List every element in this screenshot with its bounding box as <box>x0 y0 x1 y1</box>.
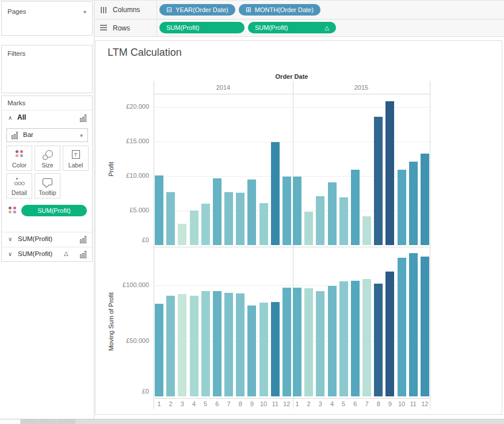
bar-mark-2015-11[interactable] <box>409 162 418 245</box>
bar-mark-2014-7[interactable] <box>224 293 233 396</box>
month-header-2014-10[interactable]: 10 <box>257 400 270 407</box>
bar-mark-2015-7[interactable] <box>362 279 371 396</box>
chevron-down-icon[interactable]: ∨ <box>8 251 12 257</box>
bar-mark-2014-5[interactable] <box>201 204 210 245</box>
chevron-down-icon[interactable]: ∨ <box>8 236 12 242</box>
filters-shelf[interactable]: Filters <box>1 45 93 93</box>
month-header-2015-2[interactable]: 2 <box>303 400 315 407</box>
month-header-2014-2[interactable]: 2 <box>165 400 177 407</box>
pill-month-order-date-[interactable]: ⊞MONTH(Order Date) <box>239 4 320 16</box>
month-header-2015-9[interactable]: 9 <box>384 400 396 407</box>
marks-field-sum-profit[interactable]: ∨ SUM(Profit) <box>2 232 92 247</box>
expand-icon[interactable]: ⊞ <box>246 6 251 13</box>
bar-mark-2015-6[interactable] <box>351 170 360 245</box>
bar-mark-2014-9[interactable] <box>247 179 256 245</box>
bar-mark-2015-3[interactable] <box>316 196 324 245</box>
size-button[interactable]: Size <box>35 146 60 171</box>
pages-dropdown-caret-icon[interactable]: ▾ <box>83 9 86 15</box>
marks-sum-profit-pill[interactable]: SUM(Profit) <box>21 205 87 216</box>
month-header-2015-5[interactable]: 5 <box>337 400 350 407</box>
month-header-2015-12[interactable]: 12 <box>418 400 431 407</box>
columns-shelf[interactable]: Columns ⊟YEAR(Order Date)⊞MONTH(Order Da… <box>94 1 504 20</box>
bar-mark-2015-5[interactable] <box>339 281 348 396</box>
month-header-2014-5[interactable]: 5 <box>199 400 212 407</box>
marks-field-sum-profit-delta[interactable]: ∨ SUM(Profit) △ <box>2 247 92 262</box>
month-header-2015-6[interactable]: 6 <box>349 400 361 407</box>
collapse-icon[interactable]: ⊟ <box>166 6 172 13</box>
bar-mark-2014-6[interactable] <box>213 178 222 245</box>
bar-mark-2015-7[interactable] <box>362 216 371 245</box>
bar-mark-2015-2[interactable] <box>304 212 313 245</box>
month-header-2015-8[interactable]: 8 <box>372 400 385 407</box>
bar-mark-2014-11[interactable] <box>271 302 280 396</box>
bar-mark-2015-4[interactable] <box>328 286 337 396</box>
month-header-2015-4[interactable]: 4 <box>326 400 338 407</box>
bar-mark-2014-12[interactable] <box>282 288 291 396</box>
month-header-2014-11[interactable]: 11 <box>269 400 281 407</box>
detail-button[interactable]: Detail <box>6 173 32 198</box>
bar-mark-2014-4[interactable] <box>190 296 198 396</box>
bar-mark-2015-10[interactable] <box>398 170 406 245</box>
month-header-2014-1[interactable]: 1 <box>153 400 166 407</box>
sheet-tab[interactable] <box>21 419 38 424</box>
month-header-2015-11[interactable]: 11 <box>407 400 419 407</box>
tooltip-button[interactable]: Tooltip <box>35 173 60 198</box>
color-button[interactable]: Color <box>6 146 32 171</box>
bar-mark-2014-2[interactable] <box>166 296 175 396</box>
mark-type-dropdown[interactable]: Bar ▾ <box>6 128 88 142</box>
marks-all-row[interactable]: ∧ All <box>2 111 92 126</box>
bar-mark-2015-5[interactable] <box>339 197 348 245</box>
bar-mark-2014-11[interactable] <box>271 142 280 245</box>
month-header-2015-3[interactable]: 3 <box>314 400 327 407</box>
month-header-2015-10[interactable]: 10 <box>395 400 408 407</box>
bar-mark-2014-1[interactable] <box>155 175 163 245</box>
bar-mark-2015-6[interactable] <box>351 281 360 396</box>
bar-mark-2015-9[interactable] <box>385 101 394 245</box>
bar-mark-2015-1[interactable] <box>293 288 301 396</box>
bar-mark-2015-8[interactable] <box>374 284 383 396</box>
month-header-2014-6[interactable]: 6 <box>211 400 223 407</box>
bar-mark-2015-1[interactable] <box>293 177 301 245</box>
month-header-2015-1[interactable]: 1 <box>291 400 304 407</box>
chevron-up-icon[interactable]: ∧ <box>8 114 12 121</box>
month-header-2014-3[interactable]: 3 <box>176 400 189 407</box>
bar-mark-2015-3[interactable] <box>316 291 324 396</box>
bar-mark-2014-6[interactable] <box>213 291 222 396</box>
bar-mark-2014-10[interactable] <box>259 203 268 245</box>
month-header-2014-8[interactable]: 8 <box>234 400 247 407</box>
bar-mark-2015-9[interactable] <box>385 272 394 396</box>
sheet-tab[interactable] <box>56 419 75 424</box>
chevron-down-icon[interactable]: ▾ <box>80 133 83 139</box>
month-header-2014-4[interactable]: 4 <box>188 400 200 407</box>
bar-mark-2014-9[interactable] <box>247 305 256 396</box>
month-header-2015-7[interactable]: 7 <box>361 400 373 407</box>
bar-mark-2014-5[interactable] <box>201 291 210 396</box>
bar-mark-2014-1[interactable] <box>155 304 163 396</box>
month-header-2014-9[interactable]: 9 <box>246 400 258 407</box>
label-button[interactable]: T Label <box>63 146 89 171</box>
bar-mark-2015-8[interactable] <box>374 117 383 245</box>
bar-mark-2014-8[interactable] <box>236 293 245 396</box>
bar-mark-2014-7[interactable] <box>224 192 233 245</box>
bar-mark-2014-12[interactable] <box>282 177 291 245</box>
bar-mark-2014-3[interactable] <box>178 294 186 396</box>
bar-mark-2014-8[interactable] <box>236 193 245 245</box>
sheet-tab[interactable] <box>39 419 56 424</box>
bar-mark-2015-2[interactable] <box>304 288 313 396</box>
bar-mark-2015-12[interactable] <box>421 154 429 245</box>
bar-mark-2015-10[interactable] <box>398 258 406 396</box>
pages-shelf[interactable]: Pages ▾ <box>1 1 93 36</box>
pill-year-order-date-[interactable]: ⊟YEAR(Order Date) <box>159 4 235 16</box>
bar-mark-2015-12[interactable] <box>421 257 429 396</box>
bar-mark-2014-10[interactable] <box>259 303 268 396</box>
bar-mark-2014-4[interactable] <box>190 211 198 245</box>
month-header-2014-7[interactable]: 7 <box>223 400 235 407</box>
pill-sum-profit[interactable]: SUM(Profit) <box>159 22 245 33</box>
pill-sum-profit-delta[interactable]: SUM(Profit)△ <box>248 22 336 33</box>
rows-shelf[interactable]: Rows SUM(Profit)SUM(Profit)△ <box>94 20 504 37</box>
bar-mark-2015-11[interactable] <box>409 253 418 396</box>
bar-mark-2014-3[interactable] <box>178 224 186 245</box>
status-bar-segment[interactable] <box>0 419 20 424</box>
bar-mark-2014-2[interactable] <box>166 192 175 245</box>
bar-mark-2015-4[interactable] <box>328 182 337 245</box>
